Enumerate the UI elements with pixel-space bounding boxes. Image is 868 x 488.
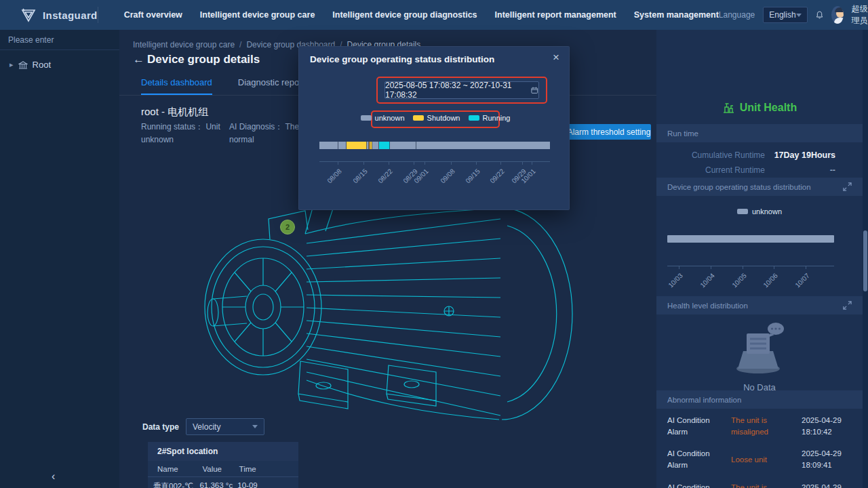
sidebar-collapse-icon[interactable]: ‹	[52, 470, 55, 483]
list-item[interactable]: AI Condition Alarm The unit is misaligne…	[656, 409, 863, 443]
abnormal-information-title: Abnormal information	[667, 396, 741, 404]
sidebar: ▸ Root ‹	[0, 30, 119, 488]
page-scrollbar[interactable]	[863, 30, 868, 488]
expand-icon[interactable]	[843, 182, 852, 191]
status-distribution-title: Device group operating status distributi…	[667, 183, 811, 191]
x-tick-label: 10/04	[690, 272, 716, 298]
back-arrow-icon[interactable]: ←	[133, 53, 144, 66]
avatar[interactable]	[831, 6, 844, 24]
nav-item-craft-overview[interactable]: Craft overview	[124, 10, 182, 20]
modal-title: Device group operating status distributi…	[310, 54, 494, 64]
close-icon[interactable]: ×	[553, 51, 559, 64]
top-nav: Instaguard Craft overview Intelligent de…	[0, 0, 868, 30]
section-header-health-level: Health level distribution	[656, 296, 863, 314]
root-node-label: Root	[33, 60, 51, 70]
bar-segment-shutdown	[347, 142, 367, 149]
legend-label: unknown	[375, 114, 405, 122]
legend-item-shutdown[interactable]: Shutdown	[413, 114, 460, 122]
run-time-rows: Cumulative Runtime 17Day 19Hours Current…	[656, 148, 863, 178]
legend-item-running[interactable]: Running	[469, 114, 511, 122]
bar-segment-unknown	[390, 142, 416, 149]
cell-value: 61.363 °c	[199, 481, 237, 488]
nav-item-system-management[interactable]: System management	[634, 10, 719, 20]
sidebar-item-root[interactable]: ▸ Root	[0, 50, 119, 70]
avatar-body	[834, 18, 844, 24]
machine-health-icon	[722, 102, 735, 114]
no-data-placeholder: No Data	[656, 320, 863, 392]
alarm-type: AI Condition Alarm	[667, 448, 731, 470]
modal-x-axis: 08/08 08/15 08/22 08/29 09/01 09/08 09/1…	[319, 161, 550, 206]
sidebar-search	[0, 30, 119, 50]
bar-segment-unknown	[416, 142, 550, 149]
right-panel: Unit Health Run time Cumulative Runtime …	[656, 30, 863, 488]
list-item[interactable]: AI Condition Alarm Loose unit 2025-04-29…	[656, 443, 863, 476]
chevron-down-icon	[796, 14, 802, 17]
legend-label-unknown: unknown	[752, 207, 782, 216]
alarm-description: The unit is	[731, 482, 802, 488]
x-tick-label: 08/22	[368, 167, 394, 194]
section-header-run-time: Run time	[656, 124, 863, 142]
section-header-status-distribution: Device group operating status distributi…	[656, 178, 863, 196]
data-type-label: Data type	[142, 422, 179, 432]
x-tick-label: 09/08	[430, 167, 456, 194]
cumulative-runtime-value: 17Day 19Hours	[765, 150, 835, 160]
date-range-value: 2025-08-05 17:08:32 ~ 2027-10-31 17:08:3…	[385, 81, 526, 100]
health-level-title: Health level distribution	[667, 302, 748, 310]
legend-swatch-unknown	[361, 115, 372, 121]
expand-icon[interactable]	[843, 301, 852, 310]
mini-chart-legend[interactable]: unknown	[656, 207, 863, 216]
alarm-datetime: 2025-04-29	[802, 482, 867, 488]
language-value: English	[769, 10, 795, 20]
abnormal-information-list: AI Condition Alarm The unit is misaligne…	[656, 409, 863, 488]
alarm-description: The unit is misaligned	[731, 415, 802, 437]
brand-logo-icon	[20, 7, 37, 23]
tab-details-dashboard[interactable]: Details dashboard	[141, 77, 212, 95]
tree-expand-caret-icon[interactable]: ▸	[9, 60, 14, 69]
current-runtime-label: Current Runtime	[656, 165, 765, 175]
bar-segment-running	[379, 142, 390, 149]
bar-segment-unknown	[319, 142, 338, 149]
no-data-icon	[728, 320, 791, 377]
spot-marker-badge[interactable]: 2	[280, 220, 295, 235]
data-type-value: Velocity	[193, 422, 220, 432]
cumulative-runtime-label: Cumulative Runtime	[656, 150, 765, 160]
alarm-datetime: 2025-04-2918:09:41	[802, 448, 867, 470]
unit-title: root - 电机机组	[141, 106, 208, 119]
nav-item-device-group-diagnostics[interactable]: Intelligent device group diagnostics	[332, 10, 477, 20]
run-time-row: Current Runtime --	[656, 163, 863, 178]
user-name: 超级管理员	[852, 3, 868, 26]
x-tick-label: 08/08	[317, 167, 343, 194]
modal-chart-legend: unknown Shutdown Running	[375, 114, 496, 122]
date-range-picker[interactable]: 2025-08-05 17:08:32 ~ 2027-10-31 17:08:3…	[384, 81, 539, 99]
x-tick-label: 09/15	[455, 167, 481, 194]
alarm-description: Loose unit	[731, 454, 802, 466]
unit-health-title: Unit Health	[656, 102, 863, 114]
legend-label: Shutdown	[427, 114, 460, 122]
alarm-threshold-setting-button[interactable]: Alarm threshold setting	[567, 124, 651, 140]
language-select[interactable]: English	[763, 7, 807, 23]
modal-stacked-bar	[319, 142, 550, 149]
search-input[interactable]	[8, 35, 113, 45]
running-status-text: Running status： Unit unknown	[141, 121, 222, 146]
bar-segment-unknown	[338, 142, 347, 149]
alarm-type: AI Condition Alarm	[667, 415, 731, 437]
scrollbar-thumb[interactable]	[863, 230, 867, 291]
run-time-row: Cumulative Runtime 17Day 19Hours	[656, 148, 863, 163]
page-title: Device group details	[147, 53, 260, 66]
cell-time: 10-09 16:21:11	[237, 481, 289, 488]
cell-name: 垂直002-℃	[153, 481, 199, 488]
brand-name: Instaguard	[43, 9, 98, 21]
column-header-time: Time	[239, 465, 289, 473]
status-distribution-modal: Device group operating status distributi…	[298, 46, 570, 210]
brand: Instaguard	[0, 7, 98, 23]
avatar-hair	[835, 7, 844, 12]
legend-label: Running	[483, 114, 511, 122]
nav-item-device-group-care[interactable]: Intelligent device group care	[200, 10, 315, 20]
tab-diagnostic-report[interactable]: Diagnostic report	[238, 77, 304, 95]
legend-item-unknown[interactable]: unknown	[361, 114, 405, 122]
table-row[interactable]: 垂直002-℃ 61.363 °c 10-09 16:21:11	[148, 477, 298, 488]
list-item[interactable]: AI Condition Alarm The unit is 2025-04-2…	[656, 476, 863, 488]
breadcrumb-item[interactable]: Intelligent device group care	[133, 40, 235, 49]
notification-bell-icon[interactable]	[816, 9, 823, 21]
nav-item-report-management[interactable]: Intelligent report management	[495, 10, 616, 20]
